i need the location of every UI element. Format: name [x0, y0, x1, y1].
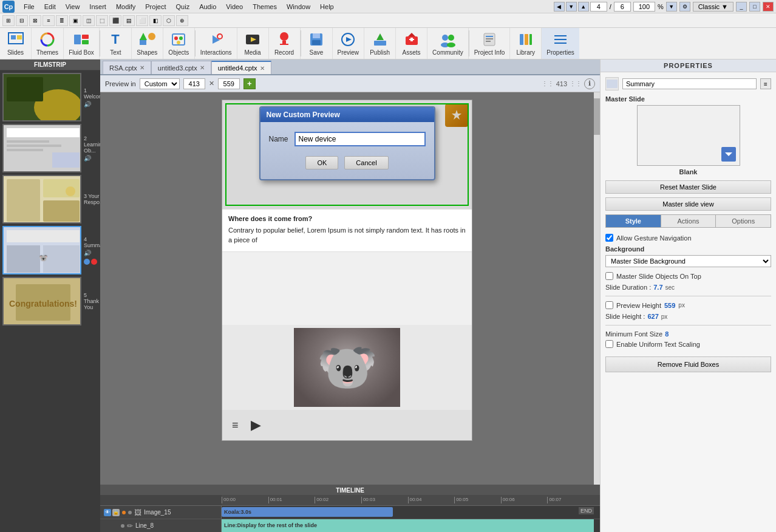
summary-input[interactable]: [622, 78, 757, 89]
tl-end-label: END: [579, 507, 594, 514]
slides-btn[interactable]: Slides: [0, 28, 32, 59]
tab-rsa[interactable]: RSA.cptx ✕: [103, 61, 151, 74]
canvas-scrollbar-v[interactable]: [594, 92, 600, 485]
summary-menu-btn[interactable]: ≡: [760, 78, 771, 89]
t2-btn-4[interactable]: ≡: [43, 15, 55, 26]
filmstrip-slide-5[interactable]: Congratulations! 5 Thank You: [2, 277, 98, 326]
menu-window[interactable]: Window: [282, 2, 315, 12]
t2-btn-7[interactable]: ◫: [83, 15, 95, 26]
t2-btn-9[interactable]: ⬛: [109, 15, 121, 26]
t2-btn-13[interactable]: ⬡: [163, 15, 175, 26]
tab-rsa-close[interactable]: ✕: [140, 64, 145, 71]
properties-btn[interactable]: Properties: [542, 28, 579, 59]
menu-insert[interactable]: Insert: [85, 2, 111, 12]
shapes-btn[interactable]: Shapes: [132, 28, 163, 59]
master-objects-checkbox[interactable]: [605, 272, 613, 280]
menu-project[interactable]: Project: [141, 2, 170, 12]
filmstrip-slide-3[interactable]: 3 Your Respo...: [2, 175, 98, 223]
svg-rect-61: [7, 230, 80, 242]
window-controls[interactable]: ⚙: [679, 2, 690, 12]
interactions-btn[interactable]: Interactions: [196, 28, 237, 59]
preview-add-btn[interactable]: +: [243, 78, 256, 89]
background-dropdown[interactable]: Master Slide Background: [605, 255, 771, 267]
menu-help[interactable]: Help: [316, 2, 338, 12]
objects-btn[interactable]: Objects: [163, 28, 195, 59]
t2-btn-12[interactable]: ◧: [149, 15, 162, 26]
t2-btn-6[interactable]: ▣: [69, 15, 81, 26]
t2-btn-2[interactable]: ⊟: [16, 15, 28, 26]
min-btn[interactable]: _: [736, 2, 747, 12]
filmstrip-slide-1[interactable]: 1 Welcome 🔊: [2, 73, 98, 121]
assets-btn[interactable]: Assets: [396, 28, 427, 59]
svg-rect-44: [554, 39, 567, 40]
ruler-tick-3: 00:03: [361, 497, 408, 503]
library-btn[interactable]: Library: [510, 28, 542, 59]
dialog-name-input[interactable]: [294, 132, 426, 146]
menu-edit[interactable]: Edit: [40, 2, 60, 12]
t2-btn-14[interactable]: ⊕: [176, 15, 188, 26]
t2-btn-5[interactable]: ≣: [56, 15, 68, 26]
t2-btn-8[interactable]: ⬚: [96, 15, 108, 26]
nav-down-btn[interactable]: ▼: [566, 2, 577, 12]
project-info-btn[interactable]: Project Info: [469, 28, 511, 59]
menu-modify[interactable]: Modify: [112, 2, 140, 12]
nav-prev-btn[interactable]: ◀: [554, 2, 565, 12]
t2-btn-11[interactable]: ⬜: [136, 15, 148, 26]
filmstrip-slide-4[interactable]: 🐨 4 Summary 🔊: [2, 226, 98, 275]
dialog-ok-btn[interactable]: OK: [305, 156, 338, 169]
record-btn[interactable]: Record: [269, 28, 301, 59]
tab-untitled3[interactable]: untitled3.cptx ✕: [151, 61, 211, 74]
actions-tab[interactable]: Actions: [661, 215, 716, 227]
filmstrip-thumb-1: [2, 73, 81, 121]
publish-btn[interactable]: Publish: [364, 28, 396, 59]
svg-rect-43: [554, 35, 567, 36]
options-tab[interactable]: Options: [716, 215, 771, 227]
fluid-box-btn[interactable]: Fluid Box: [64, 28, 100, 59]
remove-fluid-btn[interactable]: Remove Fluid Boxes: [605, 356, 771, 372]
menu-view[interactable]: View: [61, 2, 84, 12]
svg-rect-50: [7, 128, 80, 137]
tab-untitled4-close[interactable]: ✕: [260, 65, 265, 72]
tl-eye-btn[interactable]: 👁: [104, 509, 111, 516]
close-btn[interactable]: ✕: [763, 2, 774, 12]
menu-video[interactable]: Video: [222, 2, 247, 12]
uniform-text-checkbox[interactable]: [605, 340, 613, 348]
preview-btn[interactable]: Preview: [333, 28, 365, 59]
media-btn[interactable]: Media: [237, 28, 269, 59]
master-slide-view-btn[interactable]: Master slide view: [605, 197, 771, 211]
save-btn[interactable]: Save: [301, 28, 333, 59]
style-action-tabs: Style Actions Options: [605, 214, 771, 228]
filmstrip-slide-2[interactable]: 2 Learning Ob... 🔊: [2, 124, 98, 172]
nav-up-btn[interactable]: ▲: [578, 2, 589, 12]
menu-themes[interactable]: Themes: [248, 2, 281, 12]
hamburger-icon[interactable]: ≡: [232, 419, 239, 432]
t2-btn-1[interactable]: ⊞: [2, 15, 15, 26]
timeline-body: 00:00 00:01 00:02 00:03 00:04 00:05 00:0…: [100, 495, 600, 532]
allow-gesture-checkbox[interactable]: [605, 234, 613, 242]
classic-mode-btn[interactable]: Classic ▼: [693, 2, 733, 12]
themes-btn[interactable]: Themes: [32, 28, 64, 59]
svg-rect-42: [529, 34, 532, 45]
audio-icon-2: 🔊: [84, 155, 91, 162]
text-btn[interactable]: T Text: [100, 28, 132, 59]
master-slide-dropdown[interactable]: [721, 147, 736, 162]
community-btn[interactable]: Community: [427, 28, 469, 59]
tl-lock-btn[interactable]: 🔒: [112, 509, 120, 516]
preview-in-select[interactable]: Custom: [140, 78, 180, 89]
menu-quiz[interactable]: Quiz: [172, 2, 194, 12]
t2-btn-3[interactable]: ⊠: [29, 15, 41, 26]
t2-btn-10[interactable]: ▤: [123, 15, 135, 26]
menu-audio[interactable]: Audio: [195, 2, 220, 12]
max-btn[interactable]: □: [749, 2, 760, 12]
svg-point-13: [179, 36, 183, 40]
classic-label: Classic: [698, 3, 720, 10]
dialog-cancel-btn[interactable]: Cancel: [344, 156, 388, 169]
tab-untitled4[interactable]: untitled4.cptx ✕: [211, 61, 271, 74]
menu-file[interactable]: File: [19, 2, 39, 12]
preview-height-checkbox[interactable]: [605, 301, 613, 309]
tab-untitled3-close[interactable]: ✕: [200, 64, 205, 71]
reset-master-slide-btn[interactable]: Reset Master Slide: [605, 180, 771, 194]
zoom-dropdown-btn[interactable]: ▼: [666, 2, 677, 12]
play-icon[interactable]: ▶: [251, 417, 261, 433]
style-tab[interactable]: Style: [606, 215, 661, 227]
